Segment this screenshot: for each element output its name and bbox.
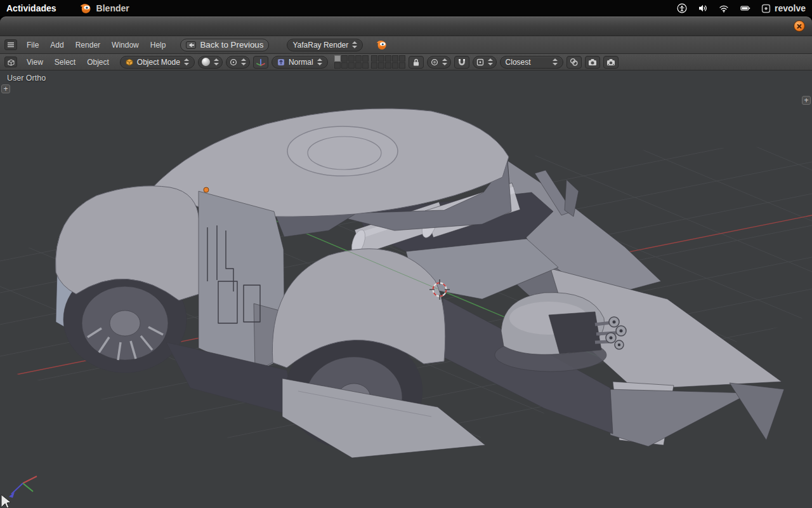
layers-grid-1[interactable]	[334, 55, 369, 69]
layer-cell[interactable]	[371, 62, 377, 69]
back-to-previous-label: Back to Previous	[200, 40, 263, 50]
menu-help[interactable]: Help	[145, 41, 172, 50]
layer-cell[interactable]	[341, 55, 348, 62]
layer-cell[interactable]	[392, 62, 398, 69]
close-button[interactable]	[794, 20, 805, 32]
layers-grid-2[interactable]	[371, 55, 405, 69]
info-editor-header: File Add Render Window Help Back to Prev…	[0, 36, 812, 54]
pivot-point-select[interactable]	[226, 56, 250, 69]
dropdown-arrows-icon	[214, 58, 219, 65]
layer-cell[interactable]	[362, 62, 369, 69]
menu-render[interactable]: Render	[70, 41, 106, 50]
blender-window: File Add Render Window Help Back to Prev…	[0, 17, 812, 508]
dropdown-arrows-icon	[488, 58, 493, 65]
revolve-indicator[interactable]: revolve	[761, 3, 806, 13]
revolve-label: revolve	[775, 3, 806, 13]
layer-cell[interactable]	[334, 62, 341, 69]
snap-peel-button[interactable]	[566, 56, 582, 69]
layer-cell[interactable]	[399, 62, 405, 69]
mode-value: Object Mode	[137, 58, 180, 67]
scene-lock-button[interactable]	[409, 56, 424, 69]
menu-file[interactable]: File	[21, 41, 44, 50]
menu-object[interactable]: Object	[81, 58, 115, 67]
blender-logo-icon	[79, 2, 92, 15]
snap-element-icon	[476, 58, 484, 66]
manipulator-toggle[interactable]	[253, 56, 268, 69]
back-arrow-icon	[186, 41, 196, 49]
proportional-edit-icon	[431, 58, 438, 66]
normal-orientation-icon	[277, 58, 285, 66]
menu-add[interactable]: Add	[44, 41, 69, 50]
orientation-select[interactable]: Normal	[272, 56, 328, 69]
volume-icon[interactable]	[697, 3, 709, 14]
layer-cell[interactable]	[341, 62, 348, 69]
layer-cell[interactable]	[399, 55, 405, 62]
render-engine-value: YafaRay Render	[292, 41, 348, 50]
view3d-editor-header: View Select Object Object Mode	[0, 54, 812, 70]
revolve-icon	[761, 4, 771, 13]
shading-sphere-icon	[202, 58, 210, 66]
snap-mode-select[interactable]: Closest	[500, 56, 563, 69]
editor-type-button[interactable]	[4, 57, 17, 67]
layer-cell[interactable]	[385, 62, 391, 69]
dropdown-arrows-icon	[352, 41, 357, 48]
editor-type-button[interactable]	[4, 39, 17, 50]
snap-element-select[interactable]	[473, 56, 497, 69]
app-title-label: Blender	[96, 3, 129, 13]
blender-logo-icon	[376, 39, 388, 51]
object-mode-icon	[126, 58, 133, 66]
dropdown-arrows-icon	[317, 58, 322, 65]
orientation-value: Normal	[289, 58, 313, 67]
layer-cell[interactable]	[362, 55, 369, 62]
layer-cell[interactable]	[385, 55, 391, 62]
region-expand-right[interactable]: +	[802, 96, 811, 105]
render-engine-select[interactable]: YafaRay Render	[287, 39, 363, 51]
view-orientation-label: User Ortho	[7, 74, 46, 83]
dropdown-arrows-icon	[553, 58, 558, 65]
layer-cell[interactable]	[378, 55, 384, 62]
menu-window[interactable]: Window	[106, 41, 145, 50]
viewport-shading-select[interactable]	[198, 56, 223, 69]
layer-cell[interactable]	[355, 55, 362, 62]
object-origin-dot	[204, 187, 209, 192]
menu-select[interactable]: Select	[49, 58, 81, 67]
activities-button[interactable]: Actividades	[6, 3, 56, 13]
battery-icon[interactable]	[739, 3, 752, 14]
window-titlebar[interactable]	[0, 17, 812, 36]
proportional-edit-select[interactable]	[427, 56, 451, 69]
snap-mode-value: Closest	[506, 58, 531, 67]
dropdown-arrows-icon	[442, 58, 447, 65]
active-app-menu[interactable]: Blender	[79, 2, 129, 15]
close-icon	[797, 23, 802, 29]
viewport-3d[interactable]: User Ortho + +	[0, 70, 812, 508]
layer-cell[interactable]	[348, 55, 355, 62]
pivot-icon	[230, 58, 237, 66]
scene-svg[interactable]	[0, 70, 812, 508]
layer-cell[interactable]	[355, 62, 362, 69]
layer-cell[interactable]	[371, 55, 377, 62]
back-to-previous-button[interactable]: Back to Previous	[180, 39, 269, 51]
snap-toggle-button[interactable]	[454, 56, 469, 69]
mode-select[interactable]: Object Mode	[120, 56, 195, 69]
layer-cell[interactable]	[392, 55, 398, 62]
render-opengl-anim-button[interactable]	[603, 56, 619, 69]
wifi-icon[interactable]	[718, 3, 730, 14]
layer-cell[interactable]	[378, 62, 384, 69]
screen: Actividades Blender	[0, 0, 812, 508]
region-expand-left[interactable]: +	[1, 84, 10, 93]
menu-view[interactable]: View	[21, 58, 49, 67]
dropdown-arrows-icon	[241, 58, 246, 65]
render-opengl-button[interactable]	[585, 56, 600, 69]
dropdown-arrows-icon	[184, 58, 189, 65]
accessibility-icon[interactable]	[676, 3, 688, 14]
layer-cell[interactable]	[334, 55, 341, 62]
gnome-top-bar: Actividades Blender	[0, 0, 812, 17]
layer-cell[interactable]	[348, 62, 355, 69]
